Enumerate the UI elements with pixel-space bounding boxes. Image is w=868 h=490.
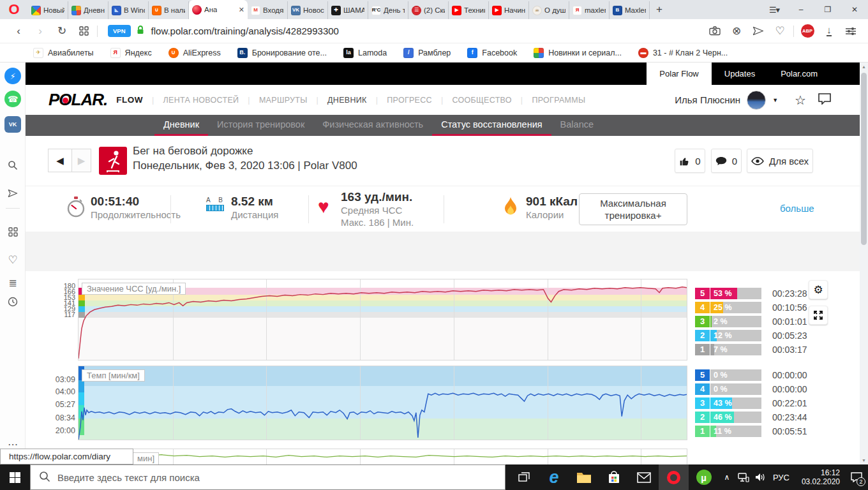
nav-item[interactable]: ДНЕВНИК: [308, 96, 367, 105]
browser-tab[interactable]: Дневн ✕: [68, 1, 108, 19]
browser-tab[interactable]: ☕ О душе ✕: [529, 1, 569, 19]
send-icon[interactable]: [747, 26, 769, 36]
subnav-item[interactable]: Статус восстановления: [432, 115, 551, 136]
start-button[interactable]: [0, 464, 30, 490]
utorrent-icon[interactable]: µ: [689, 464, 719, 490]
pace-chart[interactable]: Темп [мин/км]: [78, 366, 687, 440]
bookmark-heart-icon[interactable]: ♡: [769, 24, 791, 38]
bookmark-item[interactable]: ∪ AliExpress: [168, 48, 221, 58]
bookmark-item[interactable]: B. Бронирование оте...: [237, 48, 327, 58]
subnav-item[interactable]: Дневник: [154, 115, 208, 136]
nav-item[interactable]: ПРОГРАММЫ: [512, 96, 586, 105]
polar-top-link[interactable]: Polar.com: [768, 63, 830, 85]
browser-tab[interactable]: ✚ ШАМА ✕: [328, 1, 368, 19]
url-field[interactable]: flow.polar.com/training/analysis/4282993…: [151, 26, 339, 36]
search-icon[interactable]: [4, 157, 21, 174]
chart-settings-button[interactable]: ⚙: [809, 280, 828, 299]
nav-item[interactable]: СООБЩЕСТВО: [432, 96, 512, 105]
polar-top-link[interactable]: Updates: [712, 63, 768, 85]
avatar[interactable]: [747, 91, 766, 110]
browser-tab[interactable]: B Maxler ✕: [610, 1, 650, 19]
messenger-icon[interactable]: ⚡: [4, 68, 21, 84]
search-input[interactable]: [30, 464, 505, 490]
bookmark-item[interactable]: Я Яндекс: [110, 48, 152, 58]
store-icon[interactable]: [599, 464, 629, 490]
bookmarks-heart-icon[interactable]: ♡: [4, 251, 21, 268]
scrollbar-thumb[interactable]: [861, 73, 867, 245]
my-flow-icon[interactable]: [4, 185, 21, 202]
browser-tab[interactable]: M Входящ ✕: [248, 1, 288, 19]
next-session-button[interactable]: ▶: [71, 149, 91, 172]
page-scrollbar[interactable]: ▲ ▼: [860, 63, 868, 464]
reload-icon[interactable]: ↻: [51, 24, 73, 38]
bookmark-item[interactable]: ✈ Авиабилеты: [33, 48, 94, 58]
network-icon[interactable]: [735, 464, 752, 490]
favorites-star-icon[interactable]: ☆: [795, 93, 806, 108]
hidden-icons-chevron[interactable]: ∧: [719, 464, 735, 490]
cadence-chart-partial[interactable]: [78, 449, 687, 464]
camera-icon[interactable]: [704, 26, 726, 36]
browser-tab[interactable]: ▶ Техник ✕: [449, 1, 489, 19]
feedback-icon[interactable]: [818, 93, 832, 107]
more-link[interactable]: больше: [780, 203, 814, 214]
subnav-item[interactable]: Balance: [551, 115, 602, 136]
scroll-down-icon[interactable]: ▼: [860, 458, 868, 463]
mail-icon[interactable]: [629, 464, 659, 490]
browser-tab[interactable]: VK Новост ✕: [288, 1, 328, 19]
comment-button[interactable]: 0: [711, 149, 742, 173]
taskbar-search[interactable]: [30, 464, 505, 490]
subnav-item[interactable]: Физическая активность: [313, 115, 432, 136]
polar-logo[interactable]: POLAR.: [49, 90, 107, 110]
vk-icon[interactable]: VK: [4, 116, 21, 133]
fullscreen-button[interactable]: [809, 306, 828, 325]
nav-item[interactable]: ЛЕНТА НОВОСТЕЙ: [143, 96, 239, 105]
browser-tab[interactable]: Я maxler ✕: [569, 1, 610, 19]
history-icon[interactable]: [4, 293, 21, 310]
clock[interactable]: 16:12 03.02.2020: [794, 468, 840, 486]
language-indicator[interactable]: РУС: [768, 473, 794, 482]
speed-dial-icon[interactable]: [73, 26, 94, 36]
restore-button[interactable]: ❐: [814, 0, 841, 19]
browser-tab[interactable]: Новый ✕: [28, 1, 68, 19]
tab-close-icon[interactable]: ✕: [239, 6, 244, 14]
bookmark-item[interactable]: / Рамблер: [403, 48, 451, 58]
bookmark-item[interactable]: ▬ 31 - # Клан 2 Черн...: [638, 48, 728, 58]
browser-tab[interactable]: ∪ В нали ✕: [149, 1, 189, 19]
tab-menu-icon[interactable]: ☰▾: [761, 0, 788, 19]
crypto-icon[interactable]: ⊗: [726, 24, 747, 38]
adblock-icon[interactable]: ABP: [797, 24, 818, 38]
vpn-badge[interactable]: VPN: [108, 25, 131, 37]
subnav-item[interactable]: История тренировок: [208, 115, 313, 136]
minimize-button[interactable]: –: [788, 0, 814, 19]
nav-item[interactable]: МАРШРУТЫ: [239, 96, 307, 105]
new-tab-button[interactable]: +: [650, 0, 669, 19]
volume-icon[interactable]: [752, 464, 768, 490]
training-benefit-button[interactable]: Максимальная тренировка+: [579, 193, 687, 225]
sliders-icon[interactable]: [840, 27, 862, 36]
visibility-button[interactable]: Для всех: [747, 149, 813, 173]
close-button[interactable]: ✕: [841, 0, 868, 19]
file-explorer-icon[interactable]: [569, 464, 599, 490]
bookmark-item[interactable]: f Facebook: [467, 48, 517, 58]
user-menu[interactable]: Илья Плюснин ▼ ☆: [675, 91, 860, 110]
browser-tab[interactable]: Ана ✕: [189, 0, 248, 19]
browser-tab[interactable]: ▶ Начина ✕: [489, 1, 529, 19]
edge-icon[interactable]: e: [539, 464, 569, 490]
browser-tab[interactable]: R'C День т ✕: [368, 1, 408, 19]
back-icon[interactable]: ‹: [8, 25, 29, 38]
forward-icon[interactable]: ›: [29, 25, 51, 38]
like-button[interactable]: 0: [675, 149, 705, 173]
scroll-up-icon[interactable]: ▲: [860, 64, 868, 69]
opera-menu-icon[interactable]: O: [0, 0, 28, 19]
news-icon[interactable]: ≣: [4, 274, 21, 291]
opera-taskbar-icon[interactable]: [659, 464, 689, 490]
browser-tab[interactable]: ◣ В Wind ✕: [108, 1, 149, 19]
polar-top-link[interactable]: Polar Flow: [647, 63, 711, 85]
previous-session-button[interactable]: ◀: [48, 149, 72, 172]
bookmark-item[interactable]: la Lamoda: [343, 48, 387, 58]
action-center-button[interactable]: 2: [845, 464, 868, 490]
lock-icon[interactable]: [136, 25, 145, 38]
hr-chart[interactable]: Значение ЧСС [уд./мин.]: [78, 279, 687, 360]
nav-flow[interactable]: FLOW: [116, 95, 143, 105]
whatsapp-icon[interactable]: ☎: [4, 91, 21, 107]
